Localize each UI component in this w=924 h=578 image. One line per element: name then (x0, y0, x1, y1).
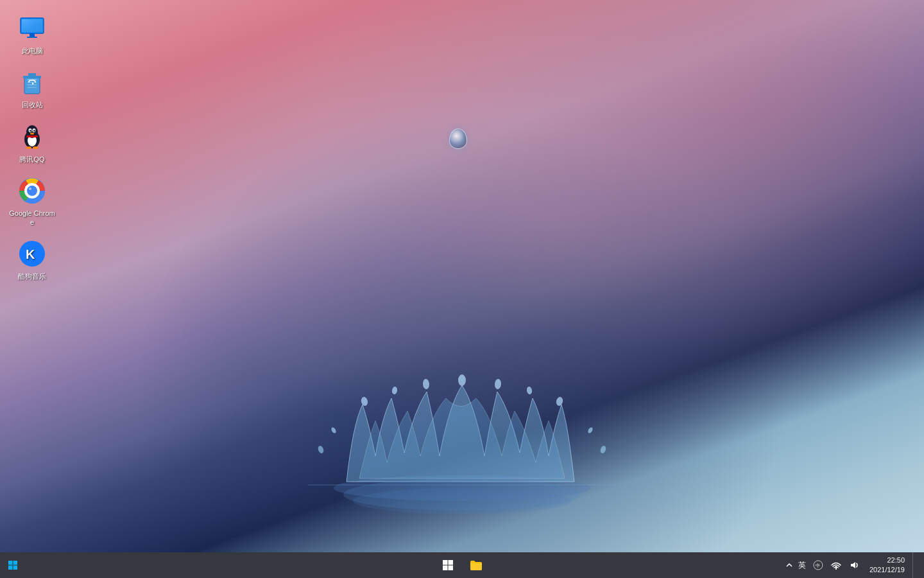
show-desktop-button[interactable] (912, 552, 916, 578)
recycle-bin-label: 回收站 (22, 100, 43, 109)
language-indicator[interactable]: 英 (796, 552, 808, 578)
network-icon[interactable] (828, 552, 844, 578)
svg-rect-50 (13, 566, 18, 570)
svg-point-0 (334, 475, 590, 501)
svg-point-2 (391, 386, 398, 394)
water-droplet (449, 128, 467, 149)
qq-icon (17, 121, 47, 152)
desktop-icon-my-computer[interactable]: 此电脑 (6, 8, 58, 60)
svg-point-3 (422, 379, 429, 390)
svg-text:中: 中 (816, 563, 820, 568)
water-crown (270, 231, 654, 552)
kuwo-label: 酷狗音乐 (18, 272, 46, 281)
svg-point-8 (330, 426, 337, 434)
svg-rect-21 (23, 76, 41, 78)
taskbar-left (0, 552, 26, 578)
svg-point-38 (33, 146, 38, 149)
monitor-icon (17, 13, 47, 44)
svg-point-5 (494, 379, 501, 390)
svg-rect-54 (449, 566, 454, 571)
svg-rect-19 (27, 37, 37, 38)
svg-point-6 (526, 386, 533, 394)
clock-date: 2021/12/19 (869, 565, 905, 575)
speaker-icon[interactable] (846, 552, 862, 578)
my-computer-label: 此电脑 (22, 46, 43, 55)
desktop-icons: 此电脑 回收站 (0, 0, 64, 552)
show-hidden-icons-button[interactable] (785, 552, 794, 578)
svg-point-37 (26, 146, 31, 149)
svg-rect-47 (8, 561, 13, 565)
svg-rect-48 (13, 561, 18, 565)
svg-point-11 (599, 445, 607, 454)
svg-rect-18 (30, 33, 35, 37)
clock-time: 22:50 (887, 556, 905, 565)
svg-point-35 (35, 130, 35, 130)
svg-point-13 (343, 478, 581, 511)
clock[interactable]: 22:50 2021/12/19 (864, 552, 910, 578)
svg-rect-39 (26, 136, 38, 137)
desktop-icon-chrome[interactable]: Google Chrome (6, 170, 58, 232)
svg-rect-52 (449, 560, 454, 565)
svg-rect-17 (22, 19, 42, 32)
svg-point-4 (458, 374, 466, 386)
ime-icon[interactable]: 中 (810, 552, 826, 578)
svg-point-14 (353, 488, 571, 514)
svg-rect-51 (443, 560, 448, 565)
svg-point-44 (29, 188, 31, 190)
svg-text:K: K (26, 247, 35, 261)
qq-label: 腾讯QQ (19, 155, 44, 164)
svg-point-33 (33, 130, 35, 132)
wallpaper-overlay (0, 0, 924, 552)
svg-point-7 (555, 396, 563, 407)
taskbar: 英 中 (0, 552, 924, 578)
taskbar-file-explorer[interactable] (463, 552, 489, 578)
desktop-icon-kuwo[interactable]: K 酷狗音乐 (6, 233, 58, 286)
svg-point-34 (31, 130, 31, 130)
svg-point-1 (360, 396, 368, 407)
svg-rect-22 (28, 73, 36, 76)
svg-point-43 (27, 186, 37, 196)
taskbar-start-pinned[interactable] (435, 552, 461, 578)
desktop-icon-recycle-bin[interactable]: 回收站 (6, 62, 58, 114)
start-button[interactable] (0, 552, 26, 578)
svg-point-9 (317, 445, 325, 454)
system-tray: 英 中 (782, 552, 919, 578)
taskbar-right: 英 中 (782, 552, 924, 578)
svg-point-36 (30, 132, 34, 134)
chrome-label: Google Chrome (9, 209, 55, 227)
svg-rect-49 (8, 566, 13, 570)
kuwo-icon: K (17, 238, 47, 269)
recycle-bin-icon (17, 67, 47, 98)
chrome-icon (17, 175, 47, 206)
svg-rect-53 (443, 566, 448, 571)
desktop: 此电脑 回收站 (0, 0, 924, 552)
svg-point-32 (30, 130, 31, 132)
svg-point-10 (587, 426, 594, 434)
taskbar-center (435, 552, 489, 578)
desktop-icon-qq[interactable]: 腾讯QQ (6, 116, 58, 169)
